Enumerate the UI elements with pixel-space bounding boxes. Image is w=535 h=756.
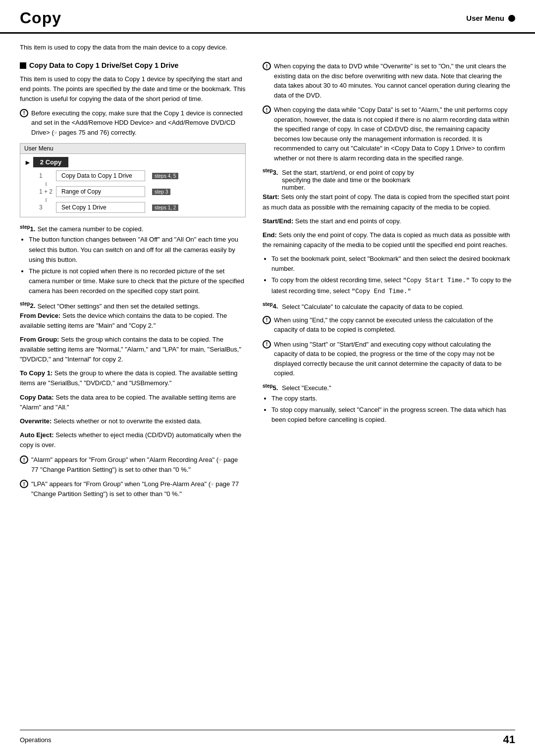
menu-row-3-label: Set Copy 1 Drive <box>56 202 145 213</box>
right-column: ! When copying the data to DVD while "Ov… <box>258 61 515 504</box>
step-4-block: step4. Select "Calculate" to calculate t… <box>263 302 515 310</box>
step-5-bullets: The copy starts. To stop copy manually, … <box>271 394 515 425</box>
menu-row-2-num: 1 + 2 <box>39 188 53 195</box>
step-5-label: step5. <box>263 383 280 392</box>
page-title: Copy <box>20 9 61 27</box>
step-2-to-copy1: To Copy 1: Sets the group to where the d… <box>20 368 246 388</box>
info-icon-right-1: ! <box>263 62 271 70</box>
menu-diagram: User Menu ► 2 Copy 1 Copy Data to Copy 1… <box>20 143 246 217</box>
info-icon-2: ! <box>20 455 28 464</box>
section-heading-text: Copy Data to Copy 1 Drive/Set Copy 1 Dri… <box>29 61 178 69</box>
menu-top-bar-label: User Menu <box>24 145 54 152</box>
step-5-block: step5. Select "Execute." The copy starts… <box>263 383 515 425</box>
header-right: User Menu <box>466 14 515 22</box>
footer-operations-label: Operations <box>20 736 52 744</box>
menu-row-1-label: Copy Data to Copy 1 Drive <box>56 170 145 181</box>
menu-row-3-num: 3 <box>39 204 53 211</box>
header-user-menu-label: User Menu <box>466 14 504 22</box>
intro-section: This item is used to copy the data from … <box>0 43 535 61</box>
menu-row-1: 1 Copy Data to Copy 1 Drive steps 4, 5 <box>39 170 241 181</box>
info-block-2: ! "Alarm" appears for "From Group" when … <box>20 455 246 474</box>
info-text-1: Before executing the copy, make sure tha… <box>31 108 246 138</box>
main-content: Copy Data to Copy 1 Drive/Set Copy 1 Dri… <box>0 61 535 504</box>
header-dot-icon <box>508 15 515 22</box>
step-2-from-device: From Device: Sets the device which conta… <box>20 311 246 331</box>
header: Copy User Menu <box>0 0 535 34</box>
step-1-bullet-1: The button function changes between "All… <box>29 235 246 264</box>
info-block-right-1: ! When copying the data to DVD while "Ov… <box>263 61 515 100</box>
info-icon-after-4: ! <box>263 316 271 324</box>
step-3-start: Start: Sets only the start point of copy… <box>263 192 515 212</box>
menu-row-3-steps: steps 1, 2 <box>152 204 178 211</box>
info-text-3: "LPA" appears for "From Group" when "Lon… <box>31 479 246 499</box>
step-1-bullets: The button function changes between "All… <box>29 235 246 296</box>
info-text-2: "Alarm" appears for "From Group" when "A… <box>31 455 246 474</box>
menu-row-3: 3 Set Copy 1 Drive steps 1, 2 <box>39 202 241 213</box>
step-4-label: step4. <box>263 302 280 310</box>
info-block-right-2: ! When copying the data while "Copy Data… <box>263 105 515 163</box>
step-4-main: Select "Calculate" to calculate the capa… <box>282 303 464 310</box>
menu-arrow-icon: ► <box>24 158 31 166</box>
menu-connector-2 <box>46 198 47 202</box>
menu-body: ► 2 Copy 1 Copy Data to Copy 1 Drive ste… <box>20 154 245 217</box>
step-2-block: step2. Select "Other settings" and then … <box>20 301 246 450</box>
step-2-main: Select "Other settings" and then set the… <box>37 302 200 310</box>
menu-row-1-steps: steps 4, 5 <box>152 173 178 179</box>
info-text-after-4: When using "End," the copy cannot be exe… <box>274 315 515 335</box>
menu-row-2-steps: step 3 <box>152 189 170 195</box>
menu-connector-1 <box>46 182 47 186</box>
page: Copy User Menu This item is used to copy… <box>0 0 535 756</box>
section-heading: Copy Data to Copy 1 Drive/Set Copy 1 Dri… <box>20 61 246 69</box>
info-text-right-2: When copying the data while "Copy Data" … <box>274 105 515 163</box>
step-3-content: Start: Sets only the start point of copy… <box>263 192 515 297</box>
step-3-block: step3. Set the start, start/end, or end … <box>263 168 515 297</box>
info-block-3: ! "LPA" appears for "From Group" when "L… <box>20 479 246 499</box>
menu-top-bar: User Menu <box>20 144 245 154</box>
step-2-auto-eject: Auto Eject: Selects whether to eject med… <box>20 430 246 450</box>
info-block-1: ! Before executing the copy, make sure t… <box>20 108 246 138</box>
section-heading-icon <box>20 62 26 69</box>
step-3-bullets: To set the bookmark point, select "Bookm… <box>271 254 515 297</box>
step-1-headline: step1. Set the camera number to be copie… <box>20 224 246 233</box>
menu-item-2-label: 2 Copy <box>33 157 68 167</box>
step-2-overwrite: Overwrite: Selects whether or not to ove… <box>20 416 246 426</box>
info-text-right-1: When copying the data to DVD while "Over… <box>274 61 515 100</box>
menu-row-2: 1 + 2 Range of Copy step 3 <box>39 186 241 197</box>
step-3-startend: Start/End: Sets the start and end points… <box>263 216 515 226</box>
step-5-headline: step5. Select "Execute." <box>263 383 515 392</box>
intro-text: This item is used to copy the data from … <box>20 43 515 52</box>
info-icon-1: ! <box>20 109 28 117</box>
step-2-content: From Device: Sets the device which conta… <box>20 311 246 451</box>
step-1-main: Set the camera number to be copied. <box>37 225 143 233</box>
step-3-headline: step3. Set the start, start/end, or end … <box>263 168 515 191</box>
step-2-from-group: From Group: Sets the group which contain… <box>20 335 246 364</box>
step-4-headline: step4. Select "Calculate" to calculate t… <box>263 302 515 310</box>
step-2-copy-data: Copy Data: Sets the data area to be copi… <box>20 393 246 412</box>
step-3-end: End: Sets only the end point of copy. Th… <box>263 230 515 250</box>
step-3-bullet-1: To set the bookmark point, select "Bookm… <box>271 254 515 274</box>
step-3-bullet-2: To copy from the oldest recording time, … <box>271 275 515 297</box>
menu-row-2-label: Range of Copy <box>56 186 145 197</box>
step-5-main: Select "Execute." <box>282 384 331 392</box>
step-3-label: step3. <box>263 168 280 176</box>
menu-row-1-num: 1 <box>39 172 53 179</box>
step-2-label: step2. <box>20 301 35 309</box>
step-1-label: step1. <box>20 224 35 233</box>
info-block-after-4: ! When using "End," the copy cannot be e… <box>263 315 515 335</box>
info-icon-after-4b: ! <box>263 340 271 349</box>
footer: Operations 41 <box>20 730 515 746</box>
step-5-bullet-1: The copy starts. <box>271 394 515 403</box>
step-1-bullet-2: The picture is not copied when there is … <box>29 266 246 296</box>
info-text-after-4b: When using "Start" or "Start/End" and ex… <box>274 340 515 378</box>
step-1-block: step1. Set the camera number to be copie… <box>20 224 246 296</box>
step-5-bullet-2: To stop copy manually, select "Cancel" i… <box>271 405 515 425</box>
info-icon-3: ! <box>20 480 28 488</box>
left-column: Copy Data to Copy 1 Drive/Set Copy 1 Dri… <box>20 61 258 504</box>
info-block-after-4b: ! When using "Start" or "Start/End" and … <box>263 340 515 378</box>
footer-page-number: 41 <box>503 733 515 746</box>
section-description: This item is used to copy the data to Co… <box>20 74 246 104</box>
info-icon-right-2: ! <box>263 105 271 114</box>
step-2-headline: step2. Select "Other settings" and then … <box>20 301 246 309</box>
step-3-main: Set the start, start/end, or end point o… <box>282 169 414 191</box>
